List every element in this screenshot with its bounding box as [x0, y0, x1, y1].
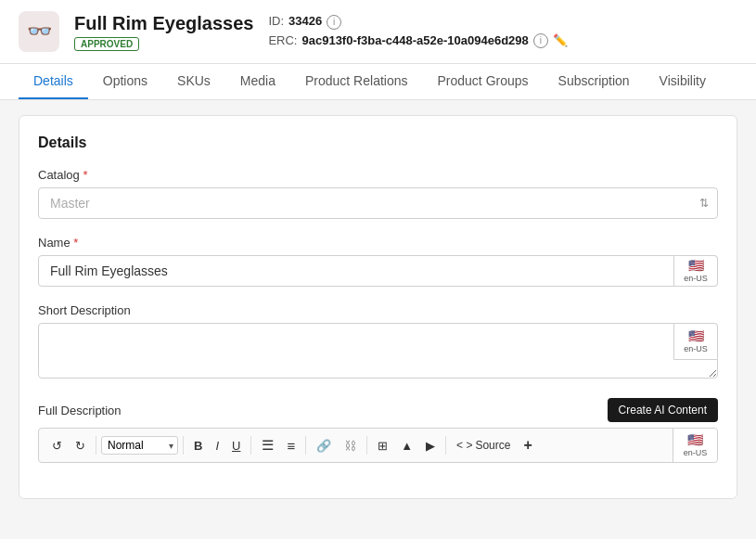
toolbar-separator-2 — [183, 436, 184, 455]
nav-tabs: Details Options SKUs Media Product Relat… — [0, 64, 756, 100]
name-input-wrapper: 🇺🇸 en-US — [38, 255, 718, 287]
redo-button[interactable]: ↻ — [70, 436, 91, 456]
short-desc-group: Short Description 🇺🇸 en-US — [38, 303, 718, 381]
erc-info-icon[interactable]: i — [533, 33, 548, 48]
catalog-group: Catalog * Master — [38, 168, 718, 219]
toolbar-separator-6 — [445, 436, 446, 455]
tab-details[interactable]: Details — [19, 64, 88, 99]
italic-button[interactable]: I — [210, 436, 224, 456]
full-desc-lang-badge[interactable]: 🇺🇸 en-US — [673, 429, 717, 462]
name-group: Name * 🇺🇸 en-US — [38, 236, 718, 287]
tab-subscription[interactable]: Subscription — [544, 64, 645, 99]
product-erc-line: ERC: 9ac913f0-f3ba-c448-a52e-10a094e6d29… — [268, 32, 567, 51]
product-icon: 👓 — [19, 11, 59, 52]
main-content: Details Catalog * Master Name * 🇺🇸 en-US — [0, 100, 756, 533]
underline-button[interactable]: U — [226, 436, 246, 456]
name-label: Name * — [38, 236, 718, 250]
image-button[interactable]: ▲ — [395, 436, 418, 456]
tab-product-relations[interactable]: Product Relations — [290, 64, 423, 99]
editor-toolbar: ↺ ↻ Normal Heading 1 Heading 2 Heading 3… — [38, 428, 718, 463]
style-select[interactable]: Normal Heading 1 Heading 2 Heading 3 — [101, 436, 178, 455]
unlink-button[interactable]: ⛓ — [339, 436, 362, 456]
catalog-label: Catalog * — [38, 168, 718, 182]
catalog-select-wrapper: Master — [38, 187, 718, 219]
catalog-select[interactable]: Master — [38, 187, 718, 219]
undo-button[interactable]: ↺ — [46, 436, 68, 456]
tab-media[interactable]: Media — [225, 64, 290, 99]
toolbar-separator-1 — [96, 436, 96, 455]
short-desc-label: Short Description — [38, 303, 718, 317]
details-title: Details — [38, 135, 718, 151]
source-button[interactable]: < > Source — [451, 436, 516, 455]
style-select-wrapper: Normal Heading 1 Heading 2 Heading 3 — [101, 436, 178, 455]
video-button[interactable]: ▶ — [420, 436, 441, 456]
table-button[interactable]: ⊞ — [372, 436, 393, 456]
name-input[interactable] — [38, 255, 718, 287]
full-desc-group: Full Description Create AI Content ↺ ↻ N… — [38, 398, 718, 463]
full-desc-label: Full Description — [38, 404, 122, 417]
toolbar-separator-3 — [250, 436, 251, 455]
product-header: 👓 Full Rim Eyeglasses APPROVED ID: 33426… — [0, 0, 756, 64]
erc-value: 9ac913f0-f3ba-c448-a52e-10a094e6d298 — [301, 32, 528, 51]
link-button[interactable]: 🔗 — [311, 436, 337, 456]
toolbar-separator-4 — [305, 436, 306, 455]
tab-skus[interactable]: SKUs — [162, 64, 225, 99]
product-id-value: 33426 — [288, 12, 322, 32]
tab-visibility[interactable]: Visibility — [645, 64, 721, 99]
tab-options[interactable]: Options — [88, 64, 162, 99]
id-info-icon[interactable]: i — [327, 15, 341, 30]
product-info: Full Rim Eyeglasses APPROVED — [74, 13, 253, 51]
full-desc-header: Full Description Create AI Content — [38, 398, 718, 422]
details-card: Details Catalog * Master Name * 🇺🇸 en-US — [19, 115, 737, 499]
approved-badge: APPROVED — [74, 37, 139, 51]
erc-edit-icon[interactable]: ✏️ — [553, 32, 568, 51]
bullet-list-button[interactable]: ☰ — [256, 434, 279, 456]
tab-product-groups[interactable]: Product Groups — [423, 64, 544, 99]
short-desc-input[interactable] — [38, 323, 718, 379]
toolbar-separator-5 — [366, 436, 367, 455]
ordered-list-button[interactable]: ≡ — [281, 435, 301, 456]
more-button[interactable]: + — [518, 434, 537, 456]
name-lang-badge[interactable]: 🇺🇸 en-US — [673, 255, 718, 287]
product-ids: ID: 33426 i ERC: 9ac913f0-f3ba-c448-a52e… — [268, 12, 567, 51]
create-ai-content-button[interactable]: Create AI Content — [608, 398, 718, 422]
product-name: Full Rim Eyeglasses — [74, 13, 253, 34]
short-desc-lang-badge[interactable]: 🇺🇸 en-US — [673, 323, 718, 360]
bold-button[interactable]: B — [188, 436, 208, 456]
short-desc-wrapper: 🇺🇸 en-US — [38, 323, 718, 381]
product-id-line: ID: 33426 i — [268, 12, 567, 32]
